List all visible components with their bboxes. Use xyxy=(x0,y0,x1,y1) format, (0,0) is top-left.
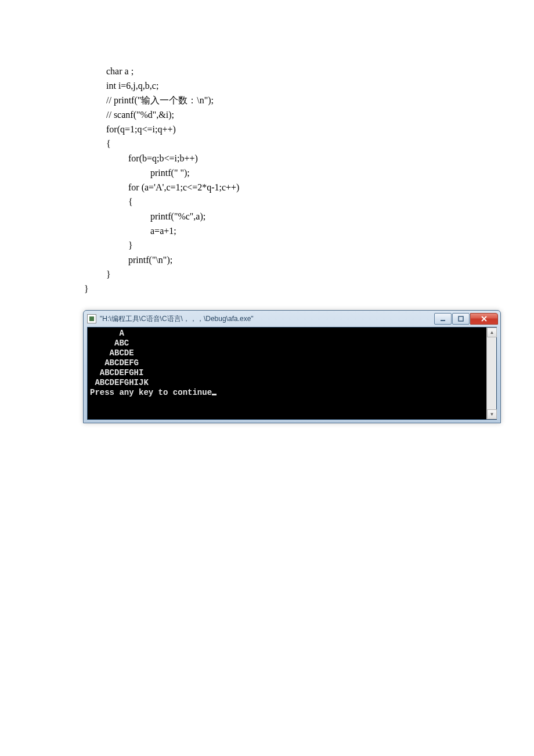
code-line: // printf("输入一个数：\n"); xyxy=(106,93,534,107)
code-line: printf(" "); xyxy=(106,165,534,180)
code-line: } xyxy=(106,238,534,253)
code-line: for(b=q;b<=i;b++) xyxy=(106,151,534,165)
scroll-up-button[interactable]: ▲ xyxy=(487,327,497,337)
app-icon xyxy=(87,314,96,323)
output-line: ABCDEFGHI xyxy=(90,368,143,377)
minimize-button[interactable] xyxy=(434,313,452,325)
close-button[interactable] xyxy=(470,313,498,325)
code-line: a=a+1; xyxy=(106,224,534,238)
code-line: { xyxy=(106,136,534,151)
code-line: int i=6,j,q,b,c; xyxy=(106,78,534,93)
code-line: printf("\n"); xyxy=(106,253,534,267)
window-controls xyxy=(434,313,498,325)
console-body-wrapper: A ABC ABCDE ABCDEFG ABCDEFGHI ABCDEFGHIJ… xyxy=(87,327,497,420)
minimize-icon xyxy=(440,316,446,322)
window-title: "H:\编程工具\C语音\C语言\，，，\Debug\afa.exe" xyxy=(100,314,434,324)
output-line: ABC xyxy=(90,339,129,348)
scroll-down-button[interactable]: ▼ xyxy=(487,409,497,419)
console-output[interactable]: A ABC ABCDE ABCDEFG ABCDEFGHI ABCDEFGHIJ… xyxy=(88,327,496,419)
output-line: A xyxy=(90,329,124,338)
code-block: char a ; int i=6,j,q,b,c; // printf("输入一… xyxy=(0,0,534,296)
cursor xyxy=(212,394,217,395)
output-line: ABCDEFG xyxy=(90,358,139,368)
prompt-text: Press any key to continue xyxy=(90,388,212,397)
code-line: printf("%c",a); xyxy=(106,209,534,224)
close-icon xyxy=(481,316,487,322)
output-line: ABCDE xyxy=(90,348,134,358)
code-line: { xyxy=(106,195,534,209)
svg-rect-1 xyxy=(459,316,463,321)
code-line: } xyxy=(84,282,534,296)
output-line: ABCDEFGHIJK xyxy=(90,378,149,387)
svg-rect-0 xyxy=(441,320,445,321)
code-line: char a ; xyxy=(106,64,534,78)
maximize-button[interactable] xyxy=(452,313,470,325)
code-line: for(q=1;q<=i;q++) xyxy=(106,122,534,136)
code-line: } xyxy=(106,267,534,282)
code-line: for (a='A',c=1;c<=2*q-1;c++) xyxy=(106,180,534,195)
maximize-icon xyxy=(458,316,464,322)
vertical-scrollbar[interactable]: ▲ ▼ xyxy=(486,327,496,419)
console-window: "H:\编程工具\C语音\C语言\，，，\Debug\afa.exe" A AB… xyxy=(83,310,501,423)
titlebar[interactable]: "H:\编程工具\C语音\C语言\，，，\Debug\afa.exe" xyxy=(84,311,500,327)
code-line: // scanf("%d",&i); xyxy=(106,107,534,122)
